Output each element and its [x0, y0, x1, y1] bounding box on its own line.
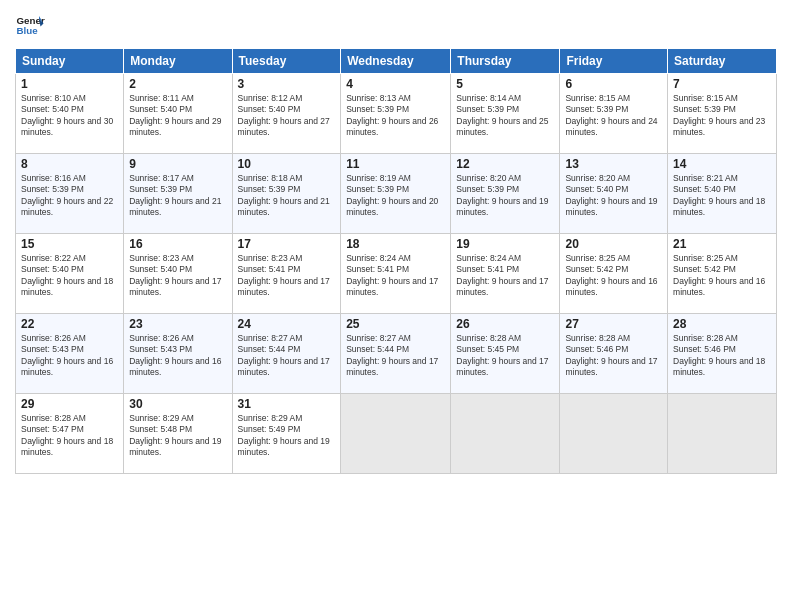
- day-info: Sunrise: 8:23 AMSunset: 5:41 PMDaylight:…: [238, 253, 330, 297]
- day-number: 27: [565, 317, 662, 331]
- day-number: 30: [129, 397, 226, 411]
- calendar-day-25: 25Sunrise: 8:27 AMSunset: 5:44 PMDayligh…: [341, 314, 451, 394]
- day-number: 16: [129, 237, 226, 251]
- calendar-day-1: 1Sunrise: 8:10 AMSunset: 5:40 PMDaylight…: [16, 74, 124, 154]
- day-number: 22: [21, 317, 118, 331]
- day-info: Sunrise: 8:20 AMSunset: 5:39 PMDaylight:…: [456, 173, 548, 217]
- calendar-day-19: 19Sunrise: 8:24 AMSunset: 5:41 PMDayligh…: [451, 234, 560, 314]
- calendar-day-20: 20Sunrise: 8:25 AMSunset: 5:42 PMDayligh…: [560, 234, 668, 314]
- calendar-day-12: 12Sunrise: 8:20 AMSunset: 5:39 PMDayligh…: [451, 154, 560, 234]
- day-number: 13: [565, 157, 662, 171]
- day-number: 8: [21, 157, 118, 171]
- day-info: Sunrise: 8:19 AMSunset: 5:39 PMDaylight:…: [346, 173, 438, 217]
- day-info: Sunrise: 8:23 AMSunset: 5:40 PMDaylight:…: [129, 253, 221, 297]
- day-number: 2: [129, 77, 226, 91]
- calendar-day-7: 7Sunrise: 8:15 AMSunset: 5:39 PMDaylight…: [668, 74, 777, 154]
- day-info: Sunrise: 8:18 AMSunset: 5:39 PMDaylight:…: [238, 173, 330, 217]
- day-header-monday: Monday: [124, 49, 232, 74]
- calendar-day-22: 22Sunrise: 8:26 AMSunset: 5:43 PMDayligh…: [16, 314, 124, 394]
- day-info: Sunrise: 8:20 AMSunset: 5:40 PMDaylight:…: [565, 173, 657, 217]
- day-number: 1: [21, 77, 118, 91]
- calendar-day-21: 21Sunrise: 8:25 AMSunset: 5:42 PMDayligh…: [668, 234, 777, 314]
- day-number: 24: [238, 317, 336, 331]
- calendar-day-14: 14Sunrise: 8:21 AMSunset: 5:40 PMDayligh…: [668, 154, 777, 234]
- calendar-day-9: 9Sunrise: 8:17 AMSunset: 5:39 PMDaylight…: [124, 154, 232, 234]
- day-info: Sunrise: 8:27 AMSunset: 5:44 PMDaylight:…: [346, 333, 438, 377]
- day-number: 7: [673, 77, 771, 91]
- calendar-week-0: 1Sunrise: 8:10 AMSunset: 5:40 PMDaylight…: [16, 74, 777, 154]
- day-number: 31: [238, 397, 336, 411]
- page-container: General Blue SundayMondayTuesdayWednesda…: [0, 0, 792, 612]
- day-info: Sunrise: 8:29 AMSunset: 5:49 PMDaylight:…: [238, 413, 330, 457]
- calendar-week-1: 8Sunrise: 8:16 AMSunset: 5:39 PMDaylight…: [16, 154, 777, 234]
- calendar-day-27: 27Sunrise: 8:28 AMSunset: 5:46 PMDayligh…: [560, 314, 668, 394]
- day-number: 23: [129, 317, 226, 331]
- calendar-day-4: 4Sunrise: 8:13 AMSunset: 5:39 PMDaylight…: [341, 74, 451, 154]
- svg-text:Blue: Blue: [17, 25, 39, 36]
- calendar-week-2: 15Sunrise: 8:22 AMSunset: 5:40 PMDayligh…: [16, 234, 777, 314]
- day-header-friday: Friday: [560, 49, 668, 74]
- day-number: 28: [673, 317, 771, 331]
- day-number: 15: [21, 237, 118, 251]
- day-header-sunday: Sunday: [16, 49, 124, 74]
- calendar-week-3: 22Sunrise: 8:26 AMSunset: 5:43 PMDayligh…: [16, 314, 777, 394]
- calendar-day-empty: [451, 394, 560, 474]
- calendar-day-empty: [560, 394, 668, 474]
- day-number: 29: [21, 397, 118, 411]
- calendar-day-30: 30Sunrise: 8:29 AMSunset: 5:48 PMDayligh…: [124, 394, 232, 474]
- calendar-day-28: 28Sunrise: 8:28 AMSunset: 5:46 PMDayligh…: [668, 314, 777, 394]
- calendar-table: SundayMondayTuesdayWednesdayThursdayFrid…: [15, 48, 777, 474]
- day-header-wednesday: Wednesday: [341, 49, 451, 74]
- day-number: 12: [456, 157, 554, 171]
- calendar-day-29: 29Sunrise: 8:28 AMSunset: 5:47 PMDayligh…: [16, 394, 124, 474]
- day-info: Sunrise: 8:28 AMSunset: 5:47 PMDaylight:…: [21, 413, 113, 457]
- day-number: 18: [346, 237, 445, 251]
- day-info: Sunrise: 8:28 AMSunset: 5:46 PMDaylight:…: [565, 333, 657, 377]
- day-info: Sunrise: 8:13 AMSunset: 5:39 PMDaylight:…: [346, 93, 438, 137]
- calendar-day-13: 13Sunrise: 8:20 AMSunset: 5:40 PMDayligh…: [560, 154, 668, 234]
- calendar-header-row: SundayMondayTuesdayWednesdayThursdayFrid…: [16, 49, 777, 74]
- day-info: Sunrise: 8:16 AMSunset: 5:39 PMDaylight:…: [21, 173, 113, 217]
- day-header-tuesday: Tuesday: [232, 49, 341, 74]
- calendar-body: 1Sunrise: 8:10 AMSunset: 5:40 PMDaylight…: [16, 74, 777, 474]
- logo: General Blue: [15, 10, 45, 40]
- day-info: Sunrise: 8:22 AMSunset: 5:40 PMDaylight:…: [21, 253, 113, 297]
- calendar-day-23: 23Sunrise: 8:26 AMSunset: 5:43 PMDayligh…: [124, 314, 232, 394]
- logo-icon: General Blue: [15, 10, 45, 40]
- calendar-day-11: 11Sunrise: 8:19 AMSunset: 5:39 PMDayligh…: [341, 154, 451, 234]
- day-info: Sunrise: 8:14 AMSunset: 5:39 PMDaylight:…: [456, 93, 548, 137]
- calendar-day-10: 10Sunrise: 8:18 AMSunset: 5:39 PMDayligh…: [232, 154, 341, 234]
- day-info: Sunrise: 8:10 AMSunset: 5:40 PMDaylight:…: [21, 93, 113, 137]
- header: General Blue: [15, 10, 777, 40]
- day-number: 25: [346, 317, 445, 331]
- day-number: 19: [456, 237, 554, 251]
- day-number: 20: [565, 237, 662, 251]
- calendar-day-31: 31Sunrise: 8:29 AMSunset: 5:49 PMDayligh…: [232, 394, 341, 474]
- calendar-day-empty: [668, 394, 777, 474]
- day-info: Sunrise: 8:12 AMSunset: 5:40 PMDaylight:…: [238, 93, 330, 137]
- calendar-day-8: 8Sunrise: 8:16 AMSunset: 5:39 PMDaylight…: [16, 154, 124, 234]
- day-number: 11: [346, 157, 445, 171]
- day-header-saturday: Saturday: [668, 49, 777, 74]
- day-number: 21: [673, 237, 771, 251]
- calendar-day-3: 3Sunrise: 8:12 AMSunset: 5:40 PMDaylight…: [232, 74, 341, 154]
- calendar-day-15: 15Sunrise: 8:22 AMSunset: 5:40 PMDayligh…: [16, 234, 124, 314]
- day-number: 17: [238, 237, 336, 251]
- day-info: Sunrise: 8:15 AMSunset: 5:39 PMDaylight:…: [565, 93, 657, 137]
- calendar-day-5: 5Sunrise: 8:14 AMSunset: 5:39 PMDaylight…: [451, 74, 560, 154]
- day-info: Sunrise: 8:11 AMSunset: 5:40 PMDaylight:…: [129, 93, 221, 137]
- day-info: Sunrise: 8:24 AMSunset: 5:41 PMDaylight:…: [456, 253, 548, 297]
- day-info: Sunrise: 8:26 AMSunset: 5:43 PMDaylight:…: [129, 333, 221, 377]
- day-info: Sunrise: 8:15 AMSunset: 5:39 PMDaylight:…: [673, 93, 765, 137]
- day-info: Sunrise: 8:25 AMSunset: 5:42 PMDaylight:…: [565, 253, 657, 297]
- day-info: Sunrise: 8:29 AMSunset: 5:48 PMDaylight:…: [129, 413, 221, 457]
- day-number: 14: [673, 157, 771, 171]
- day-info: Sunrise: 8:17 AMSunset: 5:39 PMDaylight:…: [129, 173, 221, 217]
- day-number: 10: [238, 157, 336, 171]
- calendar-day-24: 24Sunrise: 8:27 AMSunset: 5:44 PMDayligh…: [232, 314, 341, 394]
- calendar-day-2: 2Sunrise: 8:11 AMSunset: 5:40 PMDaylight…: [124, 74, 232, 154]
- calendar-day-26: 26Sunrise: 8:28 AMSunset: 5:45 PMDayligh…: [451, 314, 560, 394]
- day-number: 3: [238, 77, 336, 91]
- day-info: Sunrise: 8:26 AMSunset: 5:43 PMDaylight:…: [21, 333, 113, 377]
- calendar-day-17: 17Sunrise: 8:23 AMSunset: 5:41 PMDayligh…: [232, 234, 341, 314]
